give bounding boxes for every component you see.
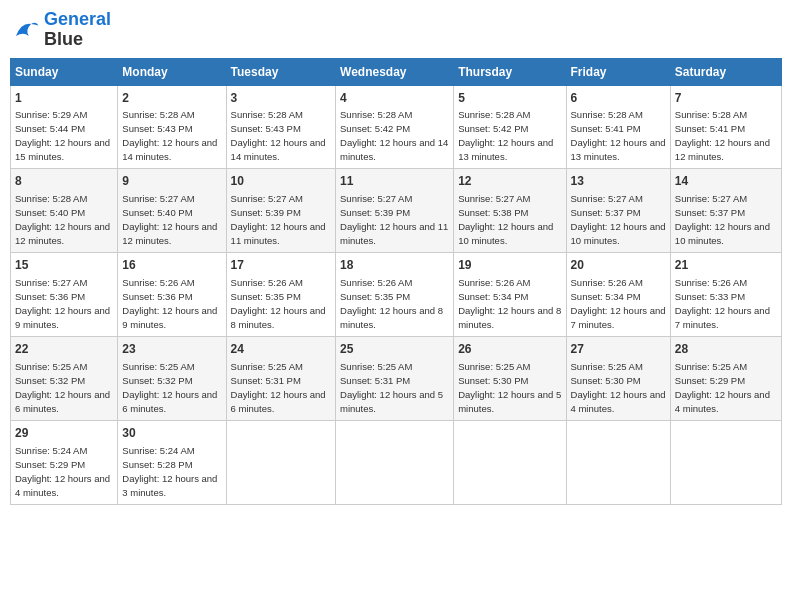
day-info: Sunrise: 5:26 AMSunset: 5:34 PMDaylight:…: [571, 277, 666, 330]
day-info: Sunrise: 5:29 AMSunset: 5:44 PMDaylight:…: [15, 109, 110, 162]
day-number: 22: [15, 341, 113, 358]
day-number: 3: [231, 90, 331, 107]
day-number: 16: [122, 257, 221, 274]
day-info: Sunrise: 5:28 AMSunset: 5:42 PMDaylight:…: [458, 109, 553, 162]
day-info: Sunrise: 5:24 AMSunset: 5:29 PMDaylight:…: [15, 445, 110, 498]
calendar-cell: 23 Sunrise: 5:25 AMSunset: 5:32 PMDaylig…: [118, 336, 226, 420]
calendar-cell: [336, 420, 454, 504]
day-number: 21: [675, 257, 777, 274]
calendar-cell: 29 Sunrise: 5:24 AMSunset: 5:29 PMDaylig…: [11, 420, 118, 504]
calendar-header-row: SundayMondayTuesdayWednesdayThursdayFrid…: [11, 58, 782, 85]
calendar-cell: [454, 420, 566, 504]
day-info: Sunrise: 5:26 AMSunset: 5:34 PMDaylight:…: [458, 277, 561, 330]
calendar-cell: 16 Sunrise: 5:26 AMSunset: 5:36 PMDaylig…: [118, 253, 226, 337]
day-info: Sunrise: 5:25 AMSunset: 5:32 PMDaylight:…: [122, 361, 217, 414]
calendar-cell: [670, 420, 781, 504]
calendar-week-row: 8 Sunrise: 5:28 AMSunset: 5:40 PMDayligh…: [11, 169, 782, 253]
day-number: 9: [122, 173, 221, 190]
calendar-cell: 1 Sunrise: 5:29 AMSunset: 5:44 PMDayligh…: [11, 85, 118, 169]
calendar-cell: 20 Sunrise: 5:26 AMSunset: 5:34 PMDaylig…: [566, 253, 670, 337]
calendar-cell: 12 Sunrise: 5:27 AMSunset: 5:38 PMDaylig…: [454, 169, 566, 253]
day-info: Sunrise: 5:27 AMSunset: 5:39 PMDaylight:…: [340, 193, 448, 246]
calendar-cell: 5 Sunrise: 5:28 AMSunset: 5:42 PMDayligh…: [454, 85, 566, 169]
day-info: Sunrise: 5:28 AMSunset: 5:42 PMDaylight:…: [340, 109, 448, 162]
column-header-saturday: Saturday: [670, 58, 781, 85]
day-number: 14: [675, 173, 777, 190]
day-number: 12: [458, 173, 561, 190]
day-number: 1: [15, 90, 113, 107]
day-number: 27: [571, 341, 666, 358]
day-number: 10: [231, 173, 331, 190]
calendar-cell: 27 Sunrise: 5:25 AMSunset: 5:30 PMDaylig…: [566, 336, 670, 420]
logo-icon: [10, 15, 40, 45]
day-number: 23: [122, 341, 221, 358]
day-info: Sunrise: 5:26 AMSunset: 5:35 PMDaylight:…: [340, 277, 443, 330]
day-number: 17: [231, 257, 331, 274]
calendar-week-row: 29 Sunrise: 5:24 AMSunset: 5:29 PMDaylig…: [11, 420, 782, 504]
day-info: Sunrise: 5:27 AMSunset: 5:38 PMDaylight:…: [458, 193, 553, 246]
calendar-cell: 17 Sunrise: 5:26 AMSunset: 5:35 PMDaylig…: [226, 253, 335, 337]
calendar-cell: 6 Sunrise: 5:28 AMSunset: 5:41 PMDayligh…: [566, 85, 670, 169]
day-info: Sunrise: 5:25 AMSunset: 5:32 PMDaylight:…: [15, 361, 110, 414]
calendar-week-row: 15 Sunrise: 5:27 AMSunset: 5:36 PMDaylig…: [11, 253, 782, 337]
calendar-cell: 15 Sunrise: 5:27 AMSunset: 5:36 PMDaylig…: [11, 253, 118, 337]
calendar-cell: 13 Sunrise: 5:27 AMSunset: 5:37 PMDaylig…: [566, 169, 670, 253]
calendar-cell: 18 Sunrise: 5:26 AMSunset: 5:35 PMDaylig…: [336, 253, 454, 337]
calendar-cell: 7 Sunrise: 5:28 AMSunset: 5:41 PMDayligh…: [670, 85, 781, 169]
day-info: Sunrise: 5:28 AMSunset: 5:43 PMDaylight:…: [231, 109, 326, 162]
day-info: Sunrise: 5:28 AMSunset: 5:40 PMDaylight:…: [15, 193, 110, 246]
day-number: 24: [231, 341, 331, 358]
logo: GeneralBlue: [10, 10, 111, 50]
day-number: 15: [15, 257, 113, 274]
calendar-cell: 28 Sunrise: 5:25 AMSunset: 5:29 PMDaylig…: [670, 336, 781, 420]
day-number: 18: [340, 257, 449, 274]
day-info: Sunrise: 5:27 AMSunset: 5:39 PMDaylight:…: [231, 193, 326, 246]
day-number: 8: [15, 173, 113, 190]
calendar-week-row: 22 Sunrise: 5:25 AMSunset: 5:32 PMDaylig…: [11, 336, 782, 420]
day-info: Sunrise: 5:26 AMSunset: 5:35 PMDaylight:…: [231, 277, 326, 330]
day-number: 20: [571, 257, 666, 274]
column-header-wednesday: Wednesday: [336, 58, 454, 85]
day-info: Sunrise: 5:25 AMSunset: 5:31 PMDaylight:…: [340, 361, 443, 414]
column-header-tuesday: Tuesday: [226, 58, 335, 85]
calendar-cell: 3 Sunrise: 5:28 AMSunset: 5:43 PMDayligh…: [226, 85, 335, 169]
day-info: Sunrise: 5:27 AMSunset: 5:37 PMDaylight:…: [675, 193, 770, 246]
day-number: 29: [15, 425, 113, 442]
calendar-cell: 2 Sunrise: 5:28 AMSunset: 5:43 PMDayligh…: [118, 85, 226, 169]
calendar-cell: 22 Sunrise: 5:25 AMSunset: 5:32 PMDaylig…: [11, 336, 118, 420]
day-info: Sunrise: 5:25 AMSunset: 5:31 PMDaylight:…: [231, 361, 326, 414]
calendar-cell: 11 Sunrise: 5:27 AMSunset: 5:39 PMDaylig…: [336, 169, 454, 253]
column-header-monday: Monday: [118, 58, 226, 85]
day-number: 11: [340, 173, 449, 190]
calendar-cell: [226, 420, 335, 504]
calendar-table: SundayMondayTuesdayWednesdayThursdayFrid…: [10, 58, 782, 505]
day-number: 5: [458, 90, 561, 107]
calendar-cell: 9 Sunrise: 5:27 AMSunset: 5:40 PMDayligh…: [118, 169, 226, 253]
day-number: 26: [458, 341, 561, 358]
calendar-cell: 10 Sunrise: 5:27 AMSunset: 5:39 PMDaylig…: [226, 169, 335, 253]
day-info: Sunrise: 5:26 AMSunset: 5:33 PMDaylight:…: [675, 277, 770, 330]
day-info: Sunrise: 5:27 AMSunset: 5:37 PMDaylight:…: [571, 193, 666, 246]
calendar-cell: [566, 420, 670, 504]
calendar-week-row: 1 Sunrise: 5:29 AMSunset: 5:44 PMDayligh…: [11, 85, 782, 169]
day-number: 28: [675, 341, 777, 358]
column-header-friday: Friday: [566, 58, 670, 85]
day-number: 6: [571, 90, 666, 107]
day-info: Sunrise: 5:25 AMSunset: 5:30 PMDaylight:…: [458, 361, 561, 414]
day-info: Sunrise: 5:24 AMSunset: 5:28 PMDaylight:…: [122, 445, 217, 498]
day-number: 4: [340, 90, 449, 107]
calendar-cell: 14 Sunrise: 5:27 AMSunset: 5:37 PMDaylig…: [670, 169, 781, 253]
logo-text: GeneralBlue: [44, 10, 111, 50]
day-number: 19: [458, 257, 561, 274]
calendar-cell: 30 Sunrise: 5:24 AMSunset: 5:28 PMDaylig…: [118, 420, 226, 504]
day-info: Sunrise: 5:25 AMSunset: 5:29 PMDaylight:…: [675, 361, 770, 414]
day-info: Sunrise: 5:28 AMSunset: 5:43 PMDaylight:…: [122, 109, 217, 162]
day-number: 2: [122, 90, 221, 107]
day-info: Sunrise: 5:26 AMSunset: 5:36 PMDaylight:…: [122, 277, 217, 330]
day-info: Sunrise: 5:27 AMSunset: 5:40 PMDaylight:…: [122, 193, 217, 246]
calendar-cell: 8 Sunrise: 5:28 AMSunset: 5:40 PMDayligh…: [11, 169, 118, 253]
calendar-cell: 24 Sunrise: 5:25 AMSunset: 5:31 PMDaylig…: [226, 336, 335, 420]
day-number: 7: [675, 90, 777, 107]
day-number: 25: [340, 341, 449, 358]
day-number: 30: [122, 425, 221, 442]
